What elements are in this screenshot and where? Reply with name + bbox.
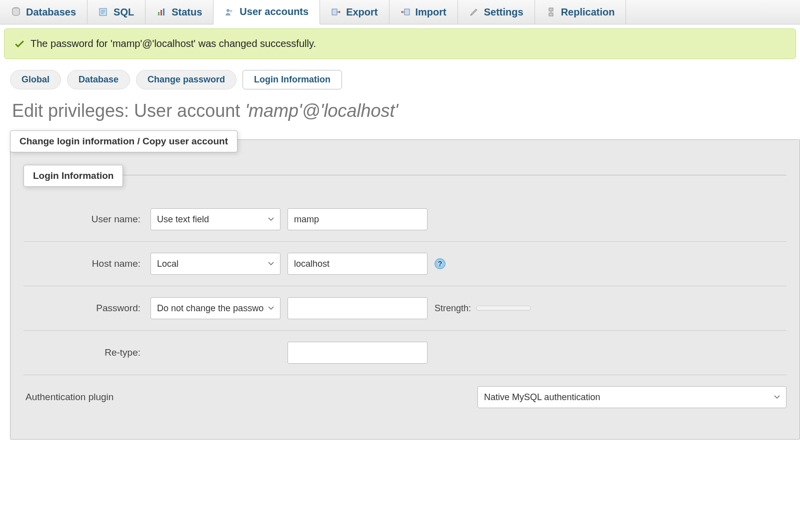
settings-icon <box>469 7 479 17</box>
subtab-login-information[interactable]: Login Information <box>242 70 342 89</box>
tab-label: Export <box>346 6 378 18</box>
page-heading: Edit privileges: User account 'mamp'@'lo… <box>0 93 800 133</box>
tab-status[interactable]: Status <box>146 0 214 24</box>
hostname-mode-select[interactable]: Local <box>150 253 280 275</box>
row-password: Password: Do not change the password Str… <box>24 286 786 331</box>
tab-label: Replication <box>561 6 615 18</box>
tab-databases[interactable]: Databases <box>0 0 88 24</box>
strength-label: Strength: <box>434 303 471 314</box>
svg-point-6 <box>230 9 232 12</box>
hostname-label: Host name: <box>24 258 144 269</box>
login-information-panel: Login Information User name: Use text fi… <box>24 175 786 426</box>
strength-bar <box>476 306 531 311</box>
tab-label: Settings <box>484 6 524 18</box>
row-hostname: Host name: Local ? <box>24 242 786 286</box>
auth-plugin-select[interactable]: Native MySQL authentication <box>478 386 786 408</box>
tab-export[interactable]: Export <box>320 0 389 24</box>
retype-label: Re-type: <box>24 347 144 358</box>
svg-rect-2 <box>158 12 160 15</box>
subtab-global[interactable]: Global <box>10 70 61 89</box>
check-icon <box>14 39 24 49</box>
subtabs: Global Database Change password Login In… <box>0 63 800 93</box>
tab-label: Import <box>416 6 446 18</box>
outer-legend: Change login information / Copy user acc… <box>10 130 238 152</box>
sql-icon <box>98 7 108 17</box>
tab-settings[interactable]: Settings <box>458 0 535 24</box>
import-icon <box>400 7 410 17</box>
svg-point-5 <box>226 9 230 12</box>
svg-rect-10 <box>549 13 553 16</box>
tab-label: Databases <box>26 6 76 18</box>
username-label: User name: <box>24 214 144 225</box>
tab-user-accounts[interactable]: User accounts <box>214 0 320 24</box>
subtab-database[interactable]: Database <box>67 70 130 89</box>
password-input[interactable] <box>288 297 428 319</box>
replication-icon <box>546 7 556 17</box>
tab-replication[interactable]: Replication <box>535 0 626 24</box>
row-username: User name: Use text field <box>24 197 786 242</box>
inner-legend: Login Information <box>24 165 123 187</box>
svg-rect-8 <box>404 9 410 15</box>
status-icon <box>156 7 166 17</box>
database-icon <box>11 7 21 17</box>
password-label: Password: <box>24 303 144 314</box>
svg-rect-7 <box>332 9 337 15</box>
users-icon <box>224 7 234 17</box>
tab-label: SQL <box>114 6 134 18</box>
help-icon[interactable]: ? <box>434 258 446 269</box>
tab-import[interactable]: Import <box>390 0 458 24</box>
retype-input[interactable] <box>288 342 428 364</box>
success-banner: The password for 'mamp'@'localhost' was … <box>4 28 796 59</box>
tab-sql[interactable]: SQL <box>88 0 146 24</box>
change-login-panel: Change login information / Copy user acc… <box>10 139 800 440</box>
auth-plugin-label: Authentication plugin <box>24 392 470 403</box>
svg-rect-4 <box>163 8 164 15</box>
username-input[interactable] <box>288 208 428 230</box>
password-mode-select[interactable]: Do not change the password <box>150 297 280 319</box>
username-mode-select[interactable]: Use text field <box>150 208 280 230</box>
row-retype: Re-type: <box>24 331 786 375</box>
hostname-input[interactable] <box>288 253 428 275</box>
row-auth-plugin: Authentication plugin Native MySQL authe… <box>24 375 786 426</box>
export-icon <box>331 7 341 17</box>
tab-label: User accounts <box>240 6 308 17</box>
success-text: The password for 'mamp'@'localhost' was … <box>30 38 316 49</box>
svg-rect-3 <box>160 10 162 15</box>
subtab-change-password[interactable]: Change password <box>136 70 236 89</box>
top-nav: Databases SQL Status User accounts Expor… <box>0 0 800 24</box>
svg-rect-9 <box>549 8 553 11</box>
tab-label: Status <box>172 6 202 18</box>
